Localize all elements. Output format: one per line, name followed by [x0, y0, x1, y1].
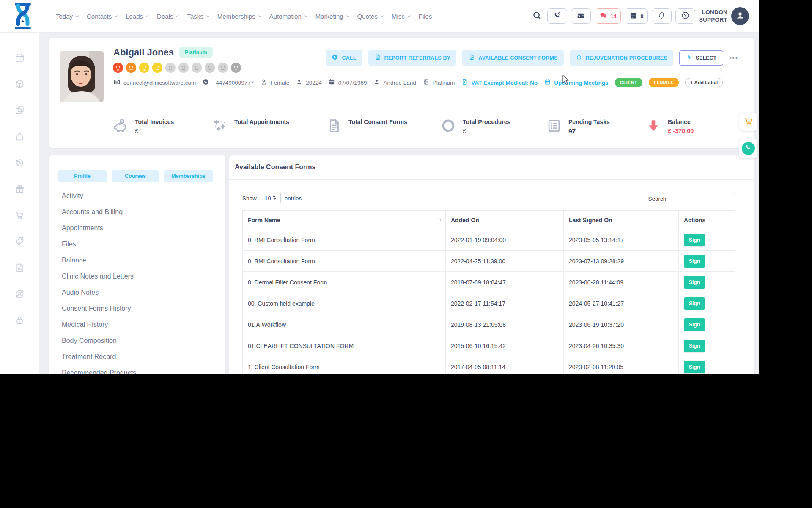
- mood-face-3[interactable]: [139, 62, 150, 73]
- report-chart-icon[interactable]: [14, 262, 25, 275]
- contact-upcoming-meetings[interactable]: Upcoming Meetings: [544, 78, 608, 87]
- user-avatar[interactable]: [731, 7, 749, 25]
- contact-label: Female: [270, 80, 289, 86]
- cube-icon[interactable]: [14, 79, 25, 91]
- consent-forms-table: Form Name↑↓Added OnLast Signed OnActions…: [242, 210, 735, 374]
- table-row: 01.A.Workflow2019-08-13 21:05:082023-06-…: [243, 314, 735, 335]
- mood-face-4[interactable]: [152, 62, 163, 73]
- action-call[interactable]: CALL: [326, 50, 362, 66]
- nav-item-memberships[interactable]: Memberships: [216, 10, 264, 22]
- floating-call-button[interactable]: [739, 138, 757, 158]
- select-button[interactable]: SELECT: [679, 50, 723, 66]
- stat-text: Balance£ -370.00: [668, 118, 694, 135]
- nav-item-quotes[interactable]: Quotes: [356, 10, 386, 22]
- mood-face-9[interactable]: [217, 62, 228, 73]
- sign-button[interactable]: Sign: [684, 340, 705, 352]
- floating-cart-button[interactable]: [739, 113, 757, 131]
- column-header-last-signed-on: Last Signed On: [564, 211, 679, 229]
- mood-face-2[interactable]: [126, 62, 137, 73]
- menu-item-medical-history[interactable]: Medical History: [62, 317, 217, 333]
- mood-face-6[interactable]: [178, 62, 189, 73]
- column-header-form-name[interactable]: Form Name↑↓: [243, 211, 446, 229]
- tab-profile[interactable]: Profile: [58, 170, 107, 182]
- nav-item-misc[interactable]: Misc: [390, 10, 413, 22]
- mood-face-1[interactable]: [112, 62, 123, 73]
- sign-button[interactable]: Sign: [684, 276, 705, 289]
- clinicsoftware-logo-icon[interactable]: [13, 3, 33, 29]
- action-label: AVAILABLE CONSENT FORMS: [478, 55, 557, 61]
- nav-item-deals[interactable]: Deals: [155, 10, 181, 22]
- mood-face-8[interactable]: [204, 62, 215, 73]
- cart-icon[interactable]: [14, 210, 25, 222]
- copy-icon[interactable]: [14, 105, 25, 117]
- more-options-button[interactable]: •••: [729, 54, 738, 61]
- nav-item-today[interactable]: Today: [54, 10, 81, 22]
- mood-face-10[interactable]: [230, 62, 241, 73]
- menu-item-consent-forms-history[interactable]: Consent Forms History: [62, 301, 217, 317]
- account-sync-icon[interactable]: [14, 289, 25, 301]
- nav-item-files[interactable]: Files: [417, 10, 434, 22]
- nav-item-marketing[interactable]: Marketing: [314, 10, 352, 22]
- sign-button[interactable]: Sign: [684, 297, 705, 310]
- nav-item-contacts[interactable]: Contacts: [85, 10, 120, 22]
- table-search-input[interactable]: [672, 193, 735, 204]
- menu-item-clinic-notes-and-letters[interactable]: Clinic Notes and Letters: [62, 268, 217, 284]
- nav-item-label: Misc: [392, 13, 405, 20]
- nav-item-automation[interactable]: Automation: [268, 10, 310, 22]
- column-header-added-on: Added On: [446, 211, 564, 229]
- menu-item-balance[interactable]: Balance: [62, 252, 217, 268]
- menu-item-files[interactable]: Files: [62, 236, 217, 252]
- form-name-cell: 01.A.Workflow: [243, 314, 446, 335]
- page-size-select[interactable]: 10: [261, 193, 281, 204]
- menu-item-body-composition[interactable]: Body Composition: [62, 333, 217, 349]
- client-name: Abigail Jones: [113, 47, 174, 58]
- tab-memberships[interactable]: Memberships: [164, 170, 213, 182]
- menu-item-audio-notes[interactable]: Audio Notes: [62, 284, 217, 301]
- mood-face-7[interactable]: [191, 62, 202, 73]
- gift-icon[interactable]: [14, 184, 25, 196]
- client-header-card: Abigail Jones Platinum connect@clinicsof…: [49, 38, 754, 148]
- bag-icon[interactable]: [14, 131, 25, 144]
- sign-button[interactable]: Sign: [684, 255, 705, 268]
- calendar-date-icon[interactable]: 12: [14, 52, 25, 65]
- added-on-cell: 2015-06-10 16:15:42: [446, 335, 564, 356]
- label-pill-client[interactable]: CLIENT: [615, 78, 643, 87]
- actions-cell: Sign: [679, 293, 735, 314]
- search-icon[interactable]: [530, 8, 543, 24]
- action-rejuvenation-procedures[interactable]: REJUVENATION PROCEDURES: [570, 50, 673, 66]
- menu-item-appointments[interactable]: Appointments: [62, 220, 217, 236]
- client-photo[interactable]: [60, 51, 104, 102]
- inbox-button[interactable]: [571, 8, 591, 24]
- history-icon[interactable]: [14, 157, 25, 170]
- stat-label: Balance: [668, 119, 694, 125]
- left-icon-rail: 12: [0, 32, 39, 374]
- dialer-button[interactable]: [547, 8, 567, 24]
- store-button[interactable]: 8: [625, 8, 648, 24]
- help-button[interactable]: [675, 8, 695, 24]
- nav-item-leads[interactable]: Leads: [124, 10, 151, 22]
- label-pill-female[interactable]: FEMALE: [649, 78, 679, 87]
- tab-courses[interactable]: Courses: [112, 170, 159, 182]
- stat-value: £: [463, 127, 510, 135]
- tag-icon[interactable]: [14, 236, 25, 248]
- mood-face-5[interactable]: [165, 62, 176, 73]
- add-label-button[interactable]: + Add Label: [685, 78, 723, 87]
- sign-button[interactable]: Sign: [684, 318, 705, 331]
- menu-item-recommended-products[interactable]: Recommended Products: [62, 365, 217, 374]
- table-header: Form Name↑↓Added OnLast Signed OnActions: [243, 211, 735, 229]
- menu-item-accounts-and-billing[interactable]: Accounts and Billing: [62, 204, 217, 220]
- sign-button[interactable]: Sign: [684, 361, 705, 373]
- lock-icon[interactable]: [14, 315, 25, 327]
- last-signed-cell: 2023-07-13 09:28:29: [564, 251, 679, 272]
- notifications-button[interactable]: [652, 8, 672, 24]
- nav-item-tasks[interactable]: Tasks: [185, 10, 211, 22]
- form-name-cell: 01.CLEARLIFT CONSULTATION FORM: [243, 335, 446, 356]
- menu-item-activity[interactable]: Activity: [62, 188, 217, 204]
- action-report-referrals-by[interactable]: REPORT REFERRALS BY: [368, 50, 457, 66]
- chat-button[interactable]: 14: [595, 8, 621, 24]
- sign-button[interactable]: Sign: [684, 234, 705, 246]
- menu-item-treatment-record[interactable]: Treatment Record: [62, 349, 217, 365]
- stat-label: Total Consent Forms: [348, 119, 407, 125]
- contact-vat-exempt-medical-no[interactable]: VAT Exempt Medical: No: [461, 78, 538, 87]
- action-available-consent-forms[interactable]: AVAILABLE CONSENT FORMS: [462, 50, 563, 66]
